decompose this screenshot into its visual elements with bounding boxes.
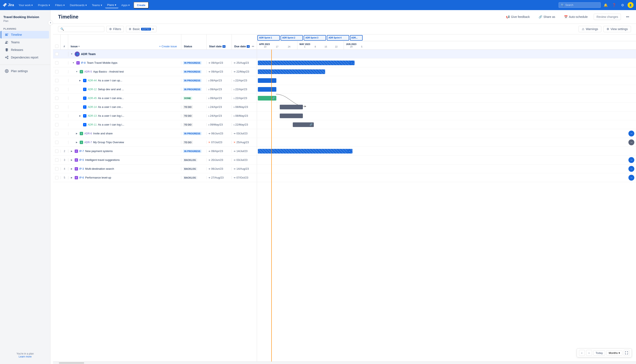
issue-key[interactable]: IP-6 (79, 176, 84, 179)
row-checkbox[interactable] (55, 176, 58, 179)
nav-logo[interactable]: Jira (2, 3, 14, 7)
issue-key[interactable]: ADR-13 (88, 114, 97, 117)
more-options-btn[interactable]: ••• (624, 14, 631, 20)
months-dropdown[interactable]: Months ▾ (606, 350, 622, 356)
sidebar-item-dependencies[interactable]: Dependencies report (1, 54, 49, 61)
bar-arrow-ip5[interactable]: → (628, 157, 634, 163)
issue-key[interactable]: IP-8 (81, 62, 86, 64)
bar-arrow-adr7[interactable]: → (628, 140, 634, 145)
nav-item-filters[interactable]: Filters ▾ (53, 2, 67, 8)
row-checkbox[interactable] (55, 132, 58, 135)
row-checkbox[interactable] (55, 158, 58, 162)
expand-adr13[interactable]: ▶ (78, 114, 82, 118)
date-x-due[interactable]: ✕ (234, 141, 236, 144)
row-checkbox[interactable] (55, 79, 58, 82)
nav-prev-btn[interactable]: ‹ (579, 350, 585, 356)
sprint-adr4[interactable]: ADR Sprint 4 (327, 35, 349, 40)
auto-schedule-btn[interactable]: 📅 Auto-schedule (561, 14, 590, 20)
expand-ip8[interactable]: ▼ (72, 61, 75, 64)
nav-item-plans[interactable]: Plans ▾ (105, 2, 118, 8)
row-checkbox[interactable] (55, 96, 58, 100)
issue-key[interactable]: ADR-11 (88, 123, 97, 126)
issue-key[interactable]: ADR-45 (88, 97, 97, 100)
row-checkbox[interactable] (55, 123, 58, 126)
row-checkbox[interactable] (55, 88, 58, 91)
sidebar-collapse-btn[interactable] (48, 20, 53, 25)
bar-arrow-adr6[interactable]: → (628, 130, 634, 136)
issue-key[interactable]: ADR-6 (84, 132, 92, 135)
issue-key[interactable]: ADR-7 (84, 141, 92, 144)
sidebar-item-timeline[interactable]: Timeline (1, 31, 49, 38)
issue-col-header[interactable]: Issue ▾ (71, 45, 80, 48)
view-settings-btn[interactable]: ⚙ View settings (604, 26, 631, 32)
expand-adr6[interactable]: ▶ (75, 132, 78, 135)
nav-item-apps[interactable]: Apps ▾ (119, 2, 132, 8)
nav-item-projects[interactable]: Projects ▾ (36, 2, 52, 8)
bar-adr12[interactable] (258, 87, 276, 92)
bar-arrow-ip3[interactable]: → (628, 166, 634, 172)
expand-adr7[interactable]: ▶ (75, 141, 78, 144)
sprint-adr2[interactable]: ADR Sprint 2 (280, 35, 303, 40)
bar-arrow-ip6[interactable]: → (628, 175, 634, 181)
bar-adr14[interactable] (280, 105, 303, 109)
share-as-btn[interactable]: 🔗 Share as (536, 14, 558, 20)
today-btn[interactable]: Today (593, 350, 605, 356)
filters-btn[interactable]: ⚙ Filters (106, 26, 124, 32)
create-issue-btn[interactable]: + Create issue (159, 45, 177, 48)
bar-ip7[interactable]: → (258, 149, 352, 154)
issue-key[interactable]: ADR-5 (84, 70, 92, 73)
start-date-col-header[interactable]: Start date D (209, 45, 226, 48)
notifications-icon[interactable]: 🔔 (602, 2, 609, 8)
expand-adr5[interactable]: ▼ (75, 70, 78, 74)
bar-adr13[interactable] (280, 114, 303, 118)
date-x[interactable]: ✕ (208, 141, 210, 144)
row-checkbox[interactable] (55, 141, 58, 144)
search-input[interactable] (65, 27, 102, 31)
search-bar[interactable]: 🔍 Search (558, 2, 601, 8)
row-checkbox[interactable] (55, 70, 58, 74)
issue-key[interactable]: IP-7 (79, 150, 84, 153)
bar-adr44[interactable] (258, 78, 276, 83)
bar-adr45[interactable]: 🔗 (258, 96, 276, 100)
issue-key[interactable]: ADR-44 (88, 79, 97, 82)
create-button[interactable]: Create (134, 2, 149, 8)
expand-ip6[interactable]: ▶ (70, 176, 74, 179)
give-feedback-btn[interactable]: 📢 Give feedback (503, 14, 532, 20)
bar-adr5[interactable] (258, 70, 325, 74)
sidebar-item-settings[interactable]: Plan settings (1, 67, 49, 75)
resize-handle[interactable]: ⇔ (252, 44, 254, 48)
issue-key[interactable]: IP-3 (79, 168, 84, 170)
nav-next-btn[interactable]: › (586, 350, 592, 356)
expand-ip3[interactable]: ▶ (70, 167, 74, 170)
issue-key[interactable]: ADR-12 (88, 88, 97, 91)
fullscreen-btn[interactable] (624, 350, 630, 356)
nav-item-dashboards[interactable]: Dashboards ▾ (68, 2, 89, 8)
learn-more-link[interactable]: Learn more (19, 355, 32, 358)
expand-adr-team[interactable]: ▼ (70, 52, 74, 56)
due-date-col-header[interactable]: Due date D (234, 45, 250, 48)
sprint-adr5[interactable]: ADR... (350, 35, 362, 40)
basic-edited-btn[interactable]: ⚙ Basic EDITED ▾ (126, 26, 156, 32)
row-checkbox[interactable] (55, 167, 58, 170)
header-checkbox[interactable] (55, 44, 58, 48)
row-checkbox[interactable] (55, 150, 58, 153)
bar-adr11[interactable]: 🔗 (293, 122, 314, 127)
sprint-adr1[interactable]: ADR Sprint 1 (258, 35, 280, 40)
sidebar-item-teams[interactable]: Teams (1, 38, 49, 46)
sprint-adr3[interactable]: ADR Sprint 3 (304, 35, 326, 40)
row-checkbox[interactable] (55, 61, 58, 64)
nav-item-yourwork[interactable]: Your work ▾ (16, 2, 35, 8)
bar-ip8[interactable]: → (258, 60, 354, 65)
help-icon[interactable]: ❓ (611, 2, 618, 8)
status-col-header[interactable]: Status (184, 45, 192, 48)
nav-item-teams[interactable]: Teams ▾ (90, 2, 104, 8)
sidebar-item-releases[interactable]: Releases (1, 46, 49, 54)
search-box[interactable]: 🔍 (58, 26, 104, 32)
avatar[interactable]: 👤 (628, 2, 634, 8)
expand-ip5[interactable]: ▶ (70, 158, 74, 162)
expand-ip7[interactable]: ▶ (70, 150, 74, 153)
issue-key[interactable]: ADR-14 (88, 106, 97, 108)
row-checkbox[interactable] (55, 114, 58, 118)
row-checkbox[interactable] (55, 52, 58, 56)
row-checkbox[interactable] (55, 105, 58, 109)
